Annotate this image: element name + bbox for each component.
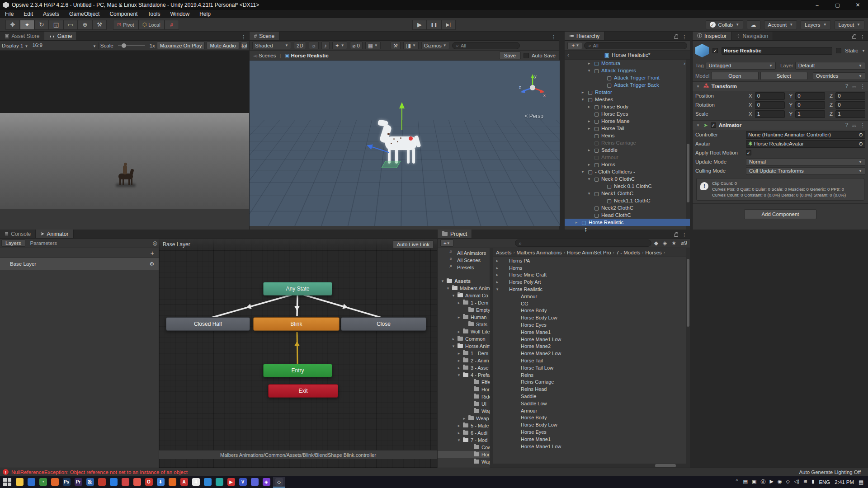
expand-arrow[interactable]: ▾ xyxy=(586,191,592,196)
auto-generate-lighting-status[interactable]: Auto Generate Lighting Off xyxy=(799,469,861,475)
asset-item[interactable]: Horse Mane2 xyxy=(493,343,690,350)
folder-tree-item[interactable]: Empty C xyxy=(438,306,493,314)
expand-arrow[interactable]: ▸ xyxy=(451,337,456,341)
x-field[interactable]: 0 xyxy=(755,92,785,100)
menu-item[interactable]: Tools xyxy=(142,11,165,17)
tool-button[interactable]: ◱ xyxy=(49,20,63,30)
editor-tools-button[interactable]: ⚒ xyxy=(391,42,401,49)
taskbar-app-icon[interactable] xyxy=(213,477,225,488)
favorite-item[interactable]: Presets xyxy=(438,264,493,271)
scene-lighting-toggle[interactable]: ☼ xyxy=(309,42,319,49)
layer-dropdown[interactable]: Default▼ xyxy=(795,62,865,70)
play-button[interactable]: ▶ xyxy=(412,20,427,30)
account-dropdown[interactable]: Account▼ xyxy=(764,20,797,29)
expand-arrow[interactable]: ▾ xyxy=(495,287,500,291)
tab-project[interactable]: Project xyxy=(438,230,472,238)
mute-audio-toggle[interactable]: Mute Audio xyxy=(207,42,239,49)
tab-inspector[interactable]: ⓘInspector xyxy=(693,32,731,40)
expand-arrow[interactable]: ▾ xyxy=(446,286,450,291)
expand-arrow[interactable]: ▸ xyxy=(457,300,461,305)
hierarchy-item[interactable]: ▸ ▢ Horns xyxy=(565,161,690,168)
eye-icon[interactable]: ◎ xyxy=(153,240,157,246)
scene-search-input[interactable]: ⌕All xyxy=(452,42,520,49)
folder-tree-item[interactable]: Stats xyxy=(438,321,493,328)
folder-tree-item[interactable]: Effect xyxy=(438,379,493,386)
gizmos-dropdown[interactable]: Gizmos▼ xyxy=(421,42,449,49)
tool-button[interactable]: ↻ xyxy=(34,20,49,30)
gizmo-red-handle[interactable] xyxy=(409,136,413,141)
menu-item[interactable]: Edit xyxy=(19,11,38,17)
expand-arrow[interactable]: ▸ xyxy=(586,162,592,167)
active-checkbox[interactable]: ✓ xyxy=(712,48,718,53)
tab-scene[interactable]: #Scene xyxy=(250,32,279,40)
gear-icon[interactable]: ⚙ xyxy=(150,261,154,267)
asset-item[interactable]: Horse Mane1 Low xyxy=(493,336,690,343)
hierarchy-item[interactable]: ▸ ▢ Rotator xyxy=(565,89,690,96)
layer-breadcrumb[interactable]: Base Layer xyxy=(163,241,190,248)
hidden-objects-toggle[interactable]: ⌀0 xyxy=(350,42,363,49)
tool-button[interactable]: ⌖ xyxy=(20,20,34,30)
pause-button[interactable]: ❚❚ xyxy=(427,20,441,30)
tool-button[interactable]: ⚒ xyxy=(92,20,107,30)
grid-visibility-dropdown[interactable]: ▦▼ xyxy=(365,42,381,49)
folder-tree-item[interactable]: ▸ Common xyxy=(438,335,493,343)
auto-save-checkbox[interactable] xyxy=(524,53,529,58)
tree-scroll-arrows[interactable] xyxy=(490,248,493,468)
animator-enabled-checkbox[interactable]: ✓ xyxy=(711,122,716,128)
update-mode-dropdown[interactable]: Normal▼ xyxy=(746,158,865,166)
hierarchy-item[interactable]: ▸ ▢ Horse Tail xyxy=(565,125,690,132)
taskbar-app-icon[interactable]: ◔ xyxy=(37,477,49,488)
taskbar-app-icon[interactable] xyxy=(119,477,131,488)
z-field[interactable]: 0 xyxy=(835,101,865,109)
folder-tree-item[interactable]: ▸ 1 - Dem xyxy=(438,350,493,357)
breadcrumb-item[interactable]: Horse AnimSet Pro› xyxy=(567,250,614,255)
model-select-button[interactable]: Select xyxy=(760,72,807,80)
folder-tree-item[interactable]: ▸ 1 - Dem xyxy=(438,299,493,306)
folder-tree-item[interactable]: ▾ 7 - Mod xyxy=(438,436,493,444)
asset-item[interactable]: ▾ Horse Realistic xyxy=(493,286,690,293)
lock-icon[interactable] xyxy=(674,234,678,237)
component-menu-icon[interactable]: ⋮ xyxy=(860,122,866,128)
taskbar-app-icon[interactable] xyxy=(25,477,37,488)
panel-menu-icon[interactable]: ⋮ xyxy=(548,34,559,40)
taskbar-app-icon[interactable]: Ps xyxy=(61,477,72,488)
hierarchy-item[interactable]: ▢ Neck 0.1 ClothC xyxy=(565,183,690,190)
asset-item[interactable]: ▸ Horns xyxy=(493,264,690,272)
help-icon[interactable]: ? xyxy=(845,122,848,128)
tab-console[interactable]: ≣Console xyxy=(0,230,36,238)
taskbar-app-icon[interactable] xyxy=(131,477,143,488)
asset-item[interactable]: Reins Carriage xyxy=(493,379,690,386)
scale-slider[interactable] xyxy=(118,45,145,46)
taskbar-app-icon[interactable] xyxy=(249,477,260,488)
taskbar-app-icon[interactable]: ▶ xyxy=(225,477,237,488)
folder-tree-item[interactable]: Wago xyxy=(438,408,493,415)
asset-item[interactable]: Reins xyxy=(493,371,690,379)
hierarchy-item[interactable]: ▢ Neck2 ClothC xyxy=(565,204,690,211)
culling-mode-dropdown[interactable]: Cull Update Transforms▼ xyxy=(746,167,865,175)
folder-tree-item[interactable]: CowB xyxy=(438,444,493,451)
apply-root-motion-checkbox[interactable]: ✓ xyxy=(746,150,751,155)
scene-header-row[interactable]: ‹ ▣ Horse Realistic* xyxy=(565,51,690,60)
expand-arrow[interactable]: ▸ xyxy=(495,266,500,270)
folder-tree-item[interactable]: ▸ 6 - Audi xyxy=(438,429,493,436)
hidden-count-toggle[interactable]: ⌀9 xyxy=(681,240,687,246)
hierarchy-item[interactable]: ▾ ▢ Neck1 ClothC xyxy=(565,190,690,197)
back-icon[interactable]: ‹ xyxy=(567,52,569,58)
preset-icon[interactable]: ⚎ xyxy=(852,122,856,128)
state-node[interactable]: Exit xyxy=(268,384,338,398)
expand-arrow[interactable]: ▾ xyxy=(457,438,461,442)
folder-tree-item[interactable]: ▸ Wolf Lite xyxy=(438,328,493,335)
expand-arrow[interactable]: ▸ xyxy=(574,220,579,225)
asset-item[interactable]: Horse Tail xyxy=(493,357,690,364)
asset-item[interactable]: Horse Mane1 xyxy=(493,328,690,336)
folder-tree-item[interactable]: ▸ 2 - Anim xyxy=(438,357,493,364)
taskbar-app-icon[interactable]: Pr xyxy=(72,477,84,488)
local-toggle[interactable]: ⬡Local xyxy=(138,20,165,30)
breadcrumb-item[interactable]: Horses› xyxy=(645,250,665,255)
aspect-dropdown[interactable]: 16:9 ▼ xyxy=(32,42,96,48)
menu-item[interactable]: File xyxy=(0,11,19,17)
taskbar-app-icon[interactable] xyxy=(96,477,108,488)
y-field[interactable]: 1 xyxy=(795,110,825,118)
game-viewport[interactable] xyxy=(0,51,249,209)
shading-mode-dropdown[interactable]: Shaded▼ xyxy=(252,42,291,49)
